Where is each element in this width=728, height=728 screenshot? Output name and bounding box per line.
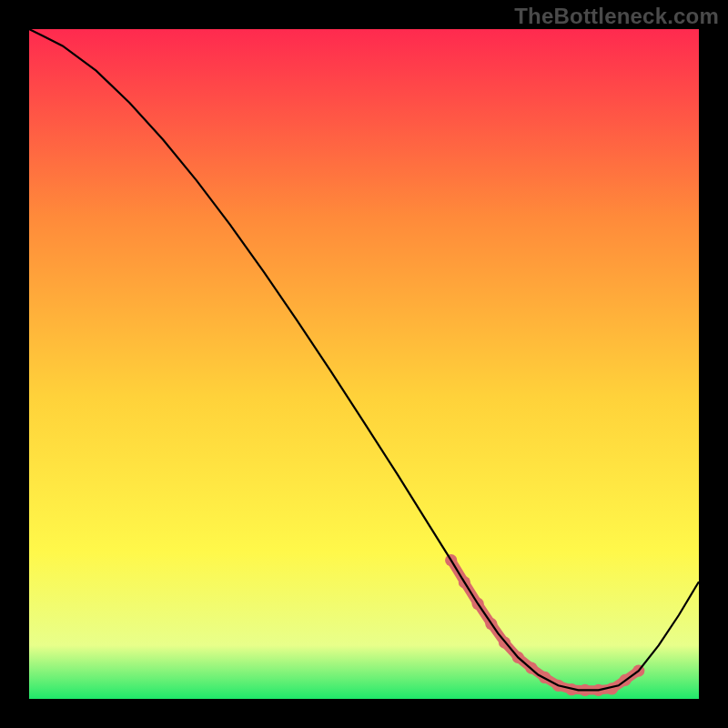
chart-frame: TheBottleneck.com — [0, 0, 728, 728]
watermark-text: TheBottleneck.com — [514, 4, 719, 29]
plot-area — [29, 29, 699, 699]
gradient-background — [29, 29, 699, 699]
chart-svg — [29, 29, 699, 699]
